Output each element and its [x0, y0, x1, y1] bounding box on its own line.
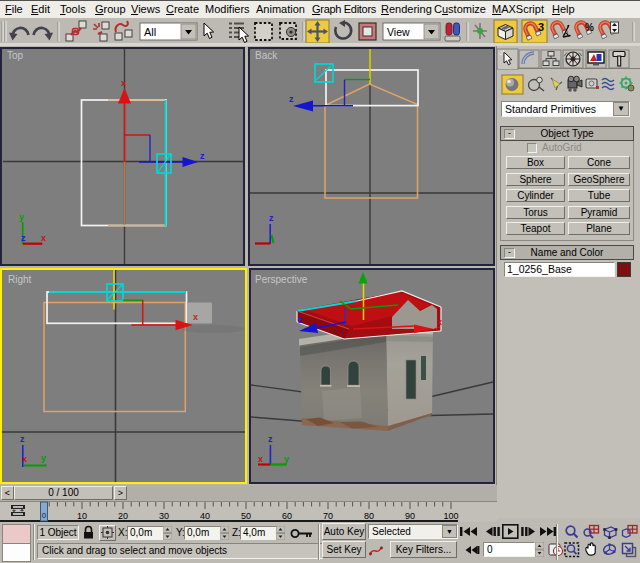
svg-text:10: 10	[77, 511, 87, 521]
svg-text:%: %	[585, 22, 594, 33]
svg-text:z: z	[268, 434, 273, 444]
svg-text:20: 20	[118, 511, 128, 521]
svg-text:70: 70	[323, 511, 333, 521]
svg-text:Top: Top	[7, 50, 24, 61]
svg-text:z: z	[269, 213, 274, 223]
svg-text:z: z	[21, 233, 26, 243]
svg-text:z: z	[289, 94, 294, 104]
svg-text:Right: Right	[8, 274, 32, 285]
svg-text:y: y	[19, 212, 24, 222]
svg-text:Perspective: Perspective	[255, 274, 308, 285]
svg-text:30: 30	[159, 511, 169, 521]
svg-text:View: View	[387, 26, 410, 38]
svg-text:0: 0	[42, 511, 47, 520]
svg-text:80: 80	[364, 511, 374, 521]
svg-text:x: x	[437, 317, 442, 327]
svg-text:z: z	[200, 151, 205, 161]
svg-text:x: x	[193, 312, 198, 322]
svg-text:60: 60	[282, 511, 292, 521]
svg-text:100: 100	[443, 511, 458, 521]
svg-text:x: x	[22, 454, 27, 464]
svg-text:y: y	[41, 453, 46, 463]
svg-text:All: All	[144, 26, 156, 38]
svg-text:50: 50	[241, 511, 251, 521]
svg-text:90: 90	[405, 511, 415, 521]
svg-text:y: y	[284, 454, 289, 464]
svg-text:x: x	[121, 78, 126, 88]
svg-text:40: 40	[200, 511, 210, 521]
svg-text:3: 3	[538, 21, 544, 33]
svg-text:x: x	[41, 233, 46, 243]
svg-text:z: z	[298, 315, 303, 325]
svg-text:Back: Back	[255, 50, 278, 61]
svg-text:x: x	[258, 454, 263, 464]
svg-text:z: z	[20, 434, 25, 444]
